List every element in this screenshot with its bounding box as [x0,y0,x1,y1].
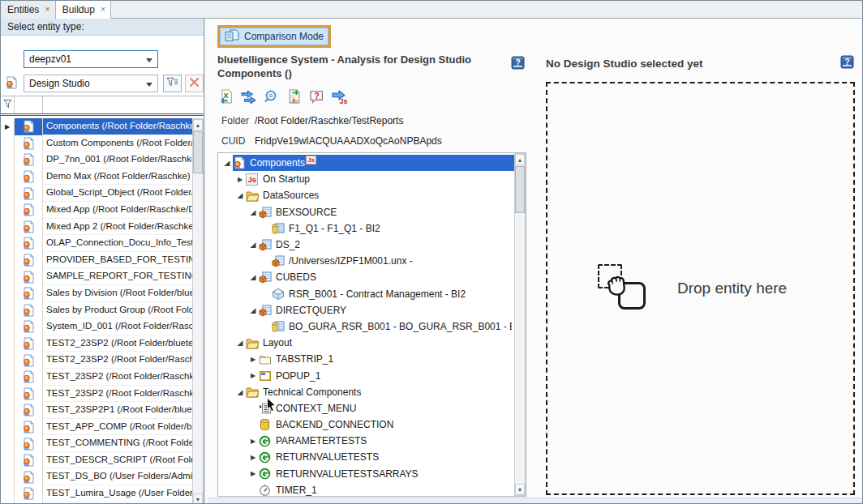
entity-row[interactable]: TEST_APP_COMP (/Root Folder/bluet [1,419,192,436]
tree-row[interactable]: ◢Layout [218,335,515,351]
search-icon[interactable] [263,88,279,105]
help-icon[interactable]: ? [511,56,525,72]
svg-text:?: ? [845,58,850,66]
scroll-down-icon[interactable]: ▼ [193,493,203,504]
expand-arrow-icon[interactable]: ▶ [247,372,259,379]
entity-name: Components (/Root Folder/Raschke/T [43,118,192,135]
entity-row[interactable]: TEST_23SP2 (/Root Folder/Raschke/D [1,369,192,386]
tree-row[interactable]: BACKEND_CONNECTION [218,416,515,433]
entity-row[interactable]: TEST2_23SP2 (/Root Folder/Raschke, [1,352,192,369]
tree-row[interactable]: ◢ComponentsJs [218,155,515,171]
expand-arrow-icon[interactable]: ▶ [234,176,246,183]
entity-row[interactable]: System_ID_001 (/Root Folder/Raschk [1,318,192,335]
report-icon [15,419,43,436]
entity-row[interactable]: PROVIDER_BASED_FOR_TESTING (/F [1,252,192,269]
expand-arrow-icon[interactable]: ▶ [247,438,259,445]
entity-row[interactable]: ▶Components (/Root Folder/Raschke/T [1,118,192,135]
tree-row[interactable]: /Universes/IZPF1M001.unx - [218,253,515,269]
system-dropdown[interactable]: deepzv01 [24,50,158,68]
tab-entities[interactable]: Entities × [1,1,56,19]
tree-row[interactable]: CONTEXT_MENU [218,400,515,416]
tree-row[interactable]: ◢DS_2 [218,237,515,253]
collapse-arrow-icon[interactable]: ◢ [234,388,246,396]
close-icon[interactable]: × [45,3,49,14]
analysis-title: bluetelligence System - Analysis for Des… [217,53,516,80]
entity-name: Sales by Product Group (/Root Folder [43,302,192,319]
transfer-arrows-icon[interactable] [240,88,256,105]
collapse-arrow-icon[interactable]: ◢ [221,159,233,167]
tree-row[interactable]: ▶PARAMETERTESTS [218,433,515,449]
tree-row[interactable]: ▶TABSTRIP_1 [218,351,515,367]
entity-name: Mixed App 2 (/Root Folder/Raschke/D [43,219,192,236]
entity-type-dropdown[interactable]: Design Studio [24,75,158,92]
entity-row[interactable]: TEST_DESCR_SCRIPT (/Root Folder/R [1,452,192,469]
entity-row[interactable]: Sales by Product Group (/Root Folder [1,302,192,319]
collapse-arrow-icon[interactable]: ◢ [247,241,259,249]
entity-drop-zone[interactable]: Drop entity here [546,82,855,495]
tree-row[interactable]: ◢Technical Components [218,384,515,400]
entity-row[interactable]: TEST_COMMENTING (/Root Folder/bl [1,435,192,452]
tree-row[interactable]: RSR_B001 - Contract Management - BI2 [218,286,515,302]
report-icon [15,285,43,302]
close-icon[interactable]: × [101,3,105,14]
tree-row[interactable]: ▶RETURNVALUETESTS [218,449,515,465]
expand-arrow-icon[interactable]: ▶ [247,356,259,363]
tree-row[interactable]: TIMER_1 [218,482,515,496]
entity-row[interactable]: TEST_DS_BO (/User Folders/Administ [1,468,192,485]
entity-row[interactable]: TEST_23SP2P1 (/Root Folder/bluetelli [1,402,192,419]
js-export-icon[interactable]: Js [331,88,347,105]
scroll-up-icon[interactable]: ▲ [193,119,203,130]
scrollbar-thumb[interactable] [515,166,525,213]
scroll-up-icon[interactable]: ▲ [515,154,525,165]
collapse-arrow-icon[interactable]: ◢ [247,273,259,281]
comparison-mode-button[interactable]: Comparison Mode [217,25,331,48]
entity-row[interactable]: TEST_Lumira_Usage (/User Folders/A [1,485,192,502]
tree-node-label: TIMER_1 [276,485,317,496]
grid-filter-row[interactable] [1,96,204,116]
clear-filter-button[interactable] [185,75,204,92]
tree-row[interactable]: ◢DIRECTQUERY [218,302,515,318]
tree-node-label: BO_GURA_RSR_B001 - BO_GURA_RSR_B001 - BI… [289,321,512,332]
tree-row[interactable]: ◢DataSources [218,187,515,203]
entity-row[interactable]: Mixed App (/Root Folder/Raschke/De [1,202,192,219]
scrollbar-thumb[interactable] [193,131,203,173]
collapse-arrow-icon[interactable]: ◢ [247,306,259,314]
entity-list-scrollbar[interactable]: ▲ ▼ [192,118,204,504]
entity-row[interactable]: Custom Components (/Root Folder/Ra [1,135,192,152]
report-icon [15,435,43,452]
compare-document-icon[interactable] [286,88,302,105]
filter-button[interactable] [163,75,182,92]
tab-buildup[interactable]: Buildup × [56,1,111,19]
entity-row[interactable]: Demo Max (/Root Folder/Raschke) [1,169,192,186]
tree-row[interactable]: BO_GURA_RSR_B001 - BO_GURA_RSR_B001 - BI… [218,318,515,335]
help-icon[interactable]: ? [840,55,854,71]
collapse-arrow-icon[interactable]: ◢ [234,339,246,347]
entity-row[interactable]: Mixed App 2 (/Root Folder/Raschke/D [1,219,192,236]
tree-row[interactable]: F1_Q1 - F1_Q1 - BI2 [218,220,515,237]
entity-row[interactable]: TEST2_23SP2 (/Root Folder/bluetellig [1,335,192,352]
tree-row[interactable]: ▶JsOn Startup [218,171,515,187]
entity-row[interactable]: Global_Script_Object (/Root Folder/R [1,185,192,202]
folder-open-icon [246,190,260,202]
entity-name: TEST_23SP2 (/Root Folder/Raschke/L [43,386,192,403]
entity-row[interactable]: OLAP_Connection_Docu_Info_Test (/ [1,235,192,252]
expand-arrow-icon[interactable]: ▶ [247,470,259,477]
entity-row[interactable]: Sales by Division (/Root Folder/bluete [1,285,192,302]
tree-row[interactable]: ▶RETURNVALUETESTSARRAYS [218,466,515,482]
comment-question-icon[interactable]: ? [308,88,324,105]
excel-export-icon[interactable]: X [217,88,234,105]
row-marker-cell [1,152,15,169]
collapse-arrow-icon[interactable]: ◢ [234,191,246,199]
expand-arrow-icon[interactable]: ▶ [247,454,259,461]
tree-scrollbar[interactable]: ▲ ▼ [514,153,526,496]
scroll-down-icon[interactable]: ▼ [515,484,525,495]
entity-row[interactable]: SAMPLE_REPORT_FOR_TESTING_M ( [1,268,192,285]
entity-row[interactable]: TEST_23SP2 (/Root Folder/Raschke/L [1,386,192,403]
tree-row[interactable]: ◢CUBEDS [218,269,515,285]
row-marker-cell [1,219,15,236]
collapse-arrow-icon[interactable]: ◢ [247,208,259,216]
tree-row[interactable]: ◢BEXSOURCE [218,204,515,220]
entity-row[interactable]: DP_7nn_001 (/Root Folder/Raschke/T [1,152,192,169]
report-icon [15,169,43,186]
tree-row[interactable]: ▶POPUP_1 [218,367,515,383]
